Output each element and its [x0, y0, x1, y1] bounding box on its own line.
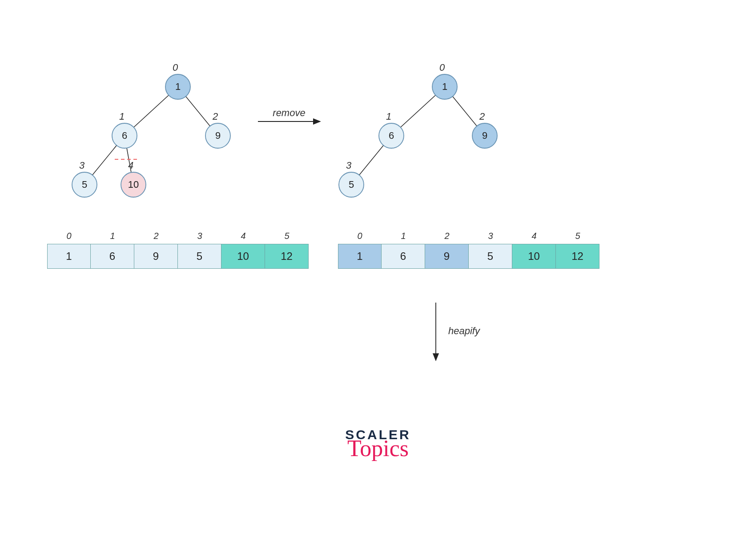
right-array-index-1: 1 [382, 231, 425, 244]
left-tree-node-value-4: 10 [128, 179, 139, 190]
right-tree-node-index-0: 0 [439, 62, 445, 73]
left-tree-node-index-3: 3 [79, 160, 85, 171]
logo: SCALER Topics [345, 427, 410, 461]
right-tree-node-value-1: 6 [389, 130, 394, 141]
left-tree-node-value-3: 5 [82, 179, 87, 190]
left-array-index-5: 5 [265, 231, 309, 244]
right-array-value-1: 6 [382, 244, 425, 269]
left-tree-node-index-4: 4 [128, 160, 133, 171]
right-array-index-5: 5 [556, 231, 599, 244]
right-tree-node-value-0: 1 [442, 81, 447, 92]
left-array-cell-2: 29 [134, 231, 178, 269]
right-tree-node-value-2: 9 [482, 130, 487, 141]
left-tree-node-value-2: 9 [215, 130, 221, 141]
left-array-index-2: 2 [134, 231, 178, 244]
right-array-cell-4: 410 [512, 231, 556, 269]
left-tree-node-value-0: 1 [175, 81, 181, 92]
left-array: 01162935410512 [47, 231, 309, 269]
left-array-value-4: 10 [221, 244, 265, 269]
right-array: 01162935410512 [338, 231, 599, 269]
logo-line2: Topics [345, 435, 410, 461]
right-tree-node-value-3: 5 [349, 179, 354, 190]
right-array-cell-2: 29 [425, 231, 469, 269]
right-array-index-2: 2 [425, 231, 469, 244]
left-array-value-2: 9 [134, 244, 178, 269]
left-array-index-1: 1 [91, 231, 134, 244]
left-tree-node-value-1: 6 [122, 130, 127, 141]
right-array-index-3: 3 [469, 231, 512, 244]
left-array-value-5: 12 [265, 244, 309, 269]
right-array-value-4: 10 [512, 244, 556, 269]
heapify-label: heapify [448, 325, 481, 336]
left-tree-node-index-1: 1 [119, 111, 125, 122]
left-array-index-0: 0 [47, 231, 91, 244]
left-array-index-4: 4 [221, 231, 265, 244]
right-array-index-0: 0 [338, 231, 382, 244]
left-tree-node-index-0: 0 [173, 62, 178, 73]
remove-label: remove [273, 107, 305, 118]
left-array-cell-0: 01 [47, 231, 91, 269]
left-array-value-0: 1 [47, 244, 91, 269]
left-array-index-3: 3 [178, 231, 221, 244]
left-array-cell-3: 35 [178, 231, 221, 269]
left-array-cell-1: 16 [91, 231, 134, 269]
right-tree-node-index-1: 1 [386, 111, 391, 122]
left-array-value-1: 6 [91, 244, 134, 269]
right-array-cell-1: 16 [382, 231, 425, 269]
left-array-cell-5: 512 [265, 231, 309, 269]
left-tree-node-index-2: 2 [212, 111, 218, 122]
right-array-cell-0: 01 [338, 231, 382, 269]
right-array-cell-5: 512 [556, 231, 599, 269]
right-tree-node-index-2: 2 [479, 111, 485, 122]
right-array-value-0: 1 [338, 244, 382, 269]
right-array-value-2: 9 [425, 244, 469, 269]
right-tree-node-index-3: 3 [346, 160, 352, 171]
left-array-cell-4: 410 [221, 231, 265, 269]
right-array-value-5: 12 [556, 244, 599, 269]
right-array-value-3: 5 [469, 244, 512, 269]
left-array-value-3: 5 [178, 244, 221, 269]
right-array-index-4: 4 [512, 231, 556, 244]
right-array-cell-3: 35 [469, 231, 512, 269]
